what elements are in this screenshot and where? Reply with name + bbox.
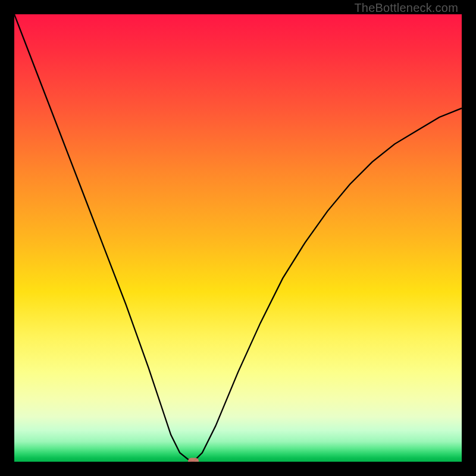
minimum-marker [188, 458, 199, 462]
bottleneck-curve [14, 14, 462, 462]
plot-area [14, 14, 462, 462]
watermark-text: TheBottleneck.com [354, 1, 458, 15]
chart-frame: TheBottleneck.com [0, 0, 476, 476]
